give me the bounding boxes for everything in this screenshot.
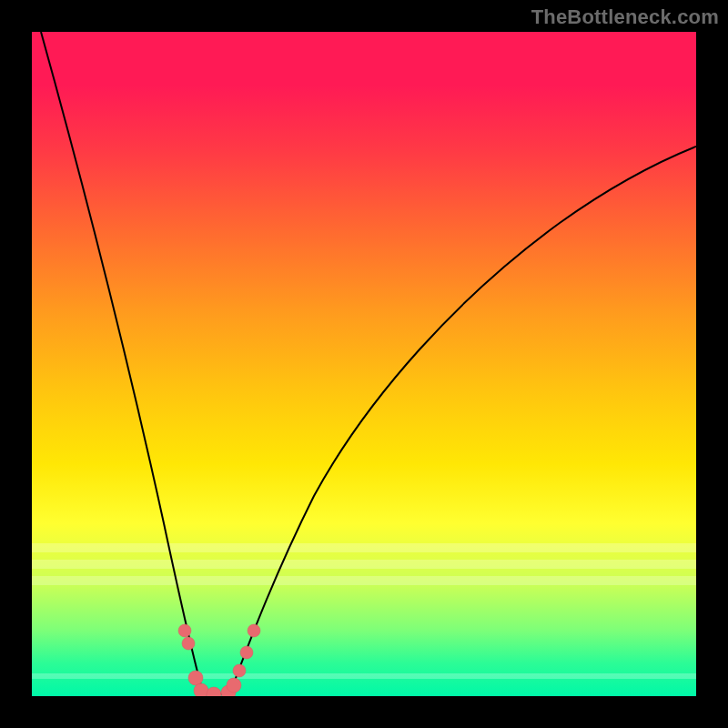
svg-point-1 [182, 637, 195, 650]
left-curve [41, 32, 203, 693]
svg-point-2 [188, 671, 203, 685]
trough-markers [178, 624, 260, 696]
watermark-text: TheBottleneck.com [531, 5, 719, 29]
svg-point-0 [178, 624, 191, 637]
svg-point-6 [227, 678, 241, 693]
svg-point-3 [194, 683, 208, 696]
plot-area [32, 32, 696, 696]
svg-point-4 [207, 687, 221, 696]
right-curve [230, 147, 696, 693]
svg-point-7 [233, 664, 246, 677]
svg-point-9 [248, 624, 260, 637]
frame: TheBottleneck.com [0, 0, 728, 728]
chart-svg [32, 32, 696, 696]
svg-point-8 [240, 646, 253, 659]
